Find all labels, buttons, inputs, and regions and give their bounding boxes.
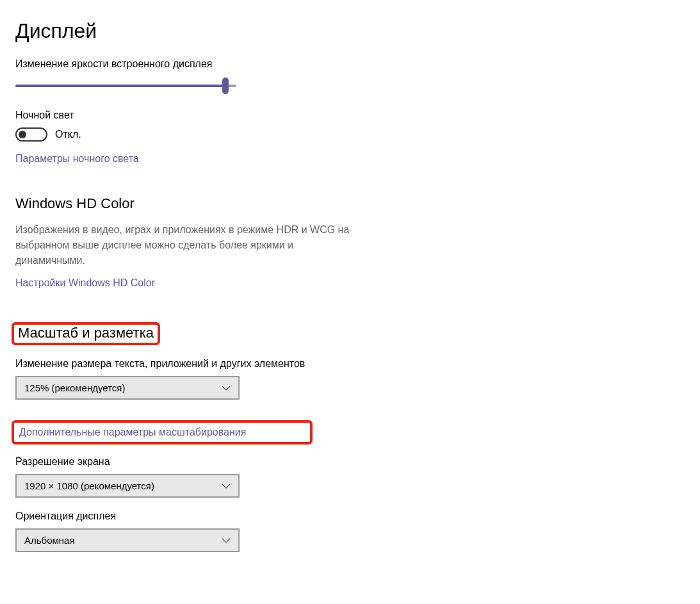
scale-title-highlight: Масштаб и разметка (12, 322, 160, 345)
chevron-down-icon (222, 484, 231, 489)
toggle-knob (19, 131, 26, 138)
scale-dropdown-value: 125% (рекомендуется) (24, 382, 125, 393)
night-light-settings-link[interactable]: Параметры ночного света (15, 153, 139, 165)
scale-label: Изменение размера текста, приложений и д… (15, 358, 685, 370)
slider-fill (15, 85, 225, 87)
slider-thumb[interactable] (222, 78, 229, 94)
resolution-dropdown-value: 1920 × 1080 (рекомендуется) (24, 480, 154, 491)
resolution-label: Разрешение экрана (15, 456, 685, 468)
brightness-slider[interactable] (15, 76, 236, 95)
orientation-label: Ориентация дисплея (15, 510, 685, 522)
orientation-dropdown-value: Альбомная (24, 535, 75, 546)
brightness-label: Изменение яркости встроенного дисплея (15, 58, 685, 70)
scale-dropdown[interactable]: 125% (рекомендуется) (15, 376, 240, 400)
page-title: Дисплей (15, 19, 685, 43)
night-light-toggle[interactable] (15, 127, 47, 142)
orientation-dropdown[interactable]: Альбомная (15, 528, 240, 552)
night-light-label: Ночной свет (15, 110, 685, 121)
advanced-scaling-link[interactable]: Дополнительные параметры масштабирования (19, 427, 246, 438)
night-light-state: Откл. (55, 129, 81, 140)
hd-color-settings-link[interactable]: Настройки Windows HD Color (15, 277, 155, 289)
advanced-scaling-highlight: Дополнительные параметры масштабирования (12, 420, 313, 445)
hd-color-description: Изображения в видео, играх и приложениях… (15, 222, 361, 268)
hd-color-title: Windows HD Color (15, 195, 685, 212)
chevron-down-icon (222, 538, 231, 543)
resolution-dropdown[interactable]: 1920 × 1080 (рекомендуется) (15, 474, 240, 498)
chevron-down-icon (222, 386, 231, 391)
scale-section-title: Масштаб и разметка (18, 325, 154, 341)
